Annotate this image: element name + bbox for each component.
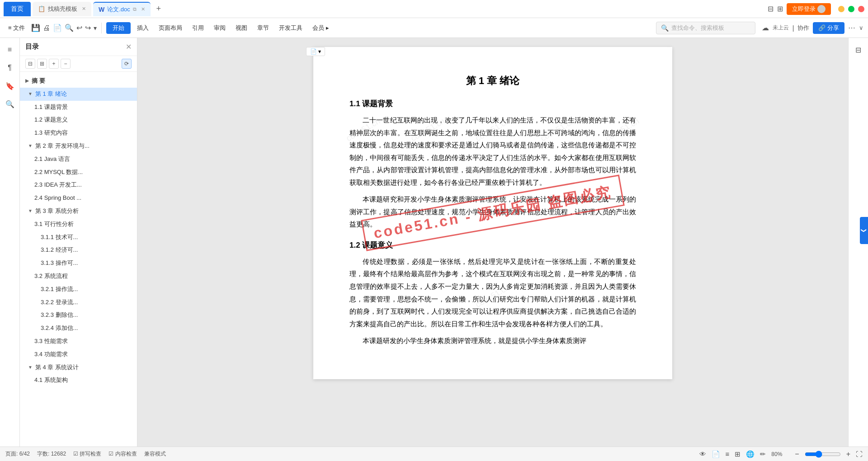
toc-item[interactable]: 2.2 MYSQL 数据... [20,166,137,179]
right-panel-btn-1[interactable]: ⊟ [851,42,866,57]
read-mode-btn[interactable]: 👁 [699,450,706,458]
far-right-panel-btn[interactable]: ❯ [860,217,868,244]
find-icon-btn[interactable]: 🔍 [3,97,17,111]
fullscreen-btn[interactable]: ⛶ [856,450,863,458]
expand-icon[interactable]: ▼ [28,90,33,98]
chapter-heading: 第 1 章 绪论 [349,74,636,88]
layout-button[interactable]: 页面布局 [155,22,186,34]
toc-item[interactable]: 1.1 课题背景 [20,101,137,114]
toc-item[interactable]: 4.1 系统架构 [20,374,137,387]
compat-mode: 兼容模式 [144,450,166,458]
login-button[interactable]: 立即登录 [787,3,831,15]
layout-icon-1[interactable]: ⊟ [768,5,774,13]
title-bar-right: ⊟ ⊞ 立即登录 [768,3,864,15]
insert-button[interactable]: 插入 [133,22,152,34]
new-tab-button[interactable]: + [152,3,165,15]
toc-item[interactable]: 3.1 可行性分析 [20,218,137,231]
expand-toolbar-button[interactable]: ∨ [859,24,863,31]
zoom-icon[interactable]: 🔍 [65,24,74,32]
template-tab-close[interactable]: ✕ [82,6,86,12]
toc-item[interactable]: 1.3 研究内容 [20,127,137,140]
bookmark-icon-btn[interactable]: 🔖 [3,79,17,93]
doc-area[interactable]: 📄 ▾ code51.cn code51.cn code51.cn code51… [137,38,848,447]
tab-doc[interactable]: W 论文.doc ⧉ ✕ [93,2,151,16]
toc-item[interactable]: 3.2.2 登录流... [20,296,137,309]
expand-down-icon[interactable]: ▾ [94,24,97,32]
more-options-button[interactable]: ⋯ [848,24,855,32]
toc-icon-btn[interactable]: ≡ [3,42,17,57]
annotate-mode-btn[interactable]: ✏ [760,450,766,458]
toolbar-search[interactable]: 🔍 查找命令、搜索模板 [656,22,755,34]
tab-template[interactable]: 📋 找稿壳模板 ✕ [33,2,91,16]
share-button[interactable]: 🔗 分享 [813,22,844,34]
print-preview-icon[interactable]: 📄 [53,24,62,32]
zoom-slider[interactable] [805,451,841,458]
toc-item-label: 3.1.1 技术可... [41,233,78,242]
page-mode-btn[interactable]: ⊞ [735,450,741,458]
section1-para1: 二十一世纪互联网的出现，改变了几千年以来人们的生活，不仅仅是生活物资的丰富，还有… [349,114,636,189]
doc-tab-close[interactable]: ✕ [141,6,145,12]
zoom-in-btn[interactable]: + [846,450,850,458]
style-icon-btn[interactable]: ¶ [3,61,17,75]
redo-icon[interactable]: ↪ [85,24,91,32]
toc-item-label: 第 3 章 系统分析 [35,207,79,216]
toc-item[interactable]: 2.1 Java 语言 [20,153,137,166]
toc-item-label: 4.1 系统架构 [34,376,68,385]
close-button[interactable] [858,6,864,12]
toc-item[interactable]: 3.2 系统流程 [20,270,137,283]
toc-item[interactable]: 3.2.3 删除信... [20,309,137,322]
doc-restore-icon[interactable]: ⧉ [133,6,137,12]
view-button[interactable]: 视图 [232,22,251,34]
cloud-icon[interactable]: ☁ [762,24,769,32]
start-button[interactable]: 开始 [106,22,131,34]
toc-item[interactable]: ▼第 4 章 系统设计 [20,361,137,374]
toc-item[interactable]: 3.3 性能需求 [20,335,137,348]
toc-remove[interactable]: − [61,59,71,69]
toc-item[interactable]: ▼第 1 章 绪论 [20,88,137,101]
toc-item[interactable]: ▶摘 要 [20,75,137,88]
member-button[interactable]: 会员 ▸ [309,22,333,34]
tab-home[interactable]: 首页 [4,2,31,16]
toc-sync[interactable]: ⟳ [122,59,132,69]
expand-icon[interactable]: ▼ [28,207,33,215]
print-icon[interactable]: 🖨 [43,24,50,32]
toc-item[interactable]: ▼第 3 章 系统分析 [20,205,137,218]
toc-item[interactable]: 1.2 课题意义 [20,113,137,127]
menu-button[interactable]: ≡ 文件 [5,22,28,34]
title-bar: 首页 📋 找稿壳模板 ✕ W 论文.doc ⧉ ✕ + ⊟ ⊞ 立即登录 [0,0,868,18]
collab-button[interactable]: 协作 [797,24,809,32]
toc-expand-all[interactable]: ⊟ [25,59,35,69]
toc-item[interactable]: 3.1.3 操作可... [20,257,137,270]
chapter-button[interactable]: 章节 [254,22,273,34]
undo-icon[interactable]: ↩ [76,24,82,32]
minimize-button[interactable] [838,6,844,12]
content-check[interactable]: ☑ 内容检查 [108,450,137,458]
expand-icon[interactable]: ▶ [25,77,29,85]
toc-item[interactable]: ▼第 2 章 开发环境与... [20,140,137,153]
spell-check[interactable]: ☑ 拼写检查 [73,450,101,458]
toc-item[interactable]: 2.4 Spring Boot ... [20,192,137,205]
dev-button[interactable]: 开发工具 [275,22,306,34]
expand-icon[interactable]: ▼ [28,142,33,150]
toc-close-button[interactable]: ✕ [126,42,132,51]
outline-mode-btn[interactable]: ≡ [726,450,730,458]
maximize-button[interactable] [848,6,854,12]
expand-icon[interactable]: ▼ [28,364,33,371]
toc-item[interactable]: 2.3 IDEA 开发工... [20,179,137,192]
reference-button[interactable]: 引用 [189,22,208,34]
web-mode-btn[interactable]: 🌐 [746,450,755,458]
toc-item[interactable]: 3.2.4 添加信... [20,322,137,335]
save-icon[interactable]: 💾 [31,24,40,32]
toc-item[interactable]: 3.2.1 操作流... [20,283,137,296]
doc-anchor-btn[interactable]: 📄 ▾ [306,47,325,56]
toc-item[interactable]: 3.1.2 经济可... [20,244,137,257]
toc-item[interactable]: 3.1.1 技术可... [20,231,137,244]
zoom-out-btn[interactable]: − [795,450,799,458]
review-button[interactable]: 审阅 [210,22,229,34]
toc-add[interactable]: + [49,59,59,69]
sync-status[interactable]: 未上云 [773,24,789,32]
layout-icon-2[interactable]: ⊞ [777,5,783,13]
print-mode-btn[interactable]: 📄 [712,450,720,458]
toc-item[interactable]: 3.4 功能需求 [20,348,137,361]
toc-collapse-all[interactable]: ⊞ [37,59,47,69]
